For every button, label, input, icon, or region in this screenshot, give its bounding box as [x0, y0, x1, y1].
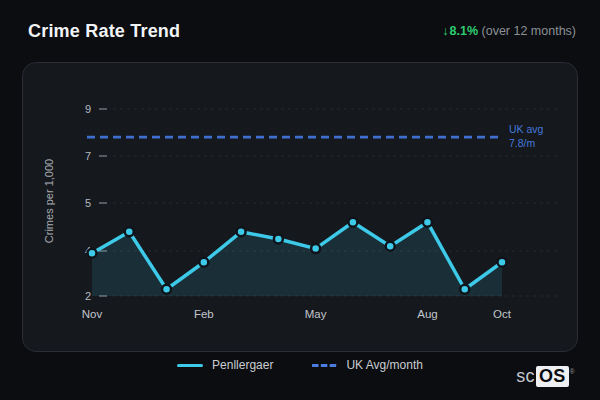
data-point[interactable]	[386, 242, 395, 251]
data-point[interactable]	[498, 258, 507, 267]
trend-context: (over 12 months)	[482, 24, 576, 38]
uk-average-label: UK avg7.8/m	[509, 123, 544, 149]
x-tick-label: Aug	[417, 308, 437, 320]
chart-panel: 97542Crimes per 1,000UK avg7.8/mNovFebMa…	[22, 62, 578, 352]
chart-legend: PenllergaerUK Avg/month	[0, 352, 600, 378]
legend-label: Penllergaer	[212, 358, 273, 372]
x-tick-label: Nov	[82, 308, 103, 320]
legend-item-penllergaer[interactable]: Penllergaer	[177, 358, 273, 372]
data-point[interactable]	[237, 227, 246, 236]
scos-logo: scOS®	[516, 366, 574, 387]
trend-indicator: ↓8.1% (over 12 months)	[442, 24, 576, 38]
trend-value: 8.1%	[450, 24, 479, 38]
x-axis-labels: NovFebMayAugOct	[82, 308, 512, 320]
trend-change: ↓8.1%	[442, 24, 478, 38]
data-point[interactable]	[125, 227, 134, 236]
x-tick-label: May	[305, 308, 327, 320]
y-tick-label: 7	[85, 150, 91, 162]
legend-item-uk-avg-month[interactable]: UK Avg/month	[311, 358, 423, 372]
data-point[interactable]	[274, 235, 283, 244]
logo-prefix: sc	[516, 366, 535, 386]
data-point[interactable]	[162, 285, 171, 294]
data-point[interactable]	[348, 218, 357, 227]
solid-line-swatch-icon	[177, 364, 203, 367]
data-point[interactable]	[423, 218, 432, 227]
y-tick-label: 9	[85, 103, 91, 115]
registered-trademark-icon: ®	[570, 368, 575, 375]
data-point[interactable]	[311, 244, 320, 253]
data-point[interactable]	[460, 285, 469, 294]
data-point[interactable]	[88, 249, 97, 258]
legend-label: UK Avg/month	[346, 358, 423, 372]
y-axis-title: Crimes per 1,000	[43, 159, 55, 243]
down-arrow-icon: ↓	[442, 24, 448, 38]
area-fill	[92, 222, 502, 296]
y-tick-label: 2	[85, 290, 91, 302]
data-point[interactable]	[199, 258, 208, 267]
x-tick-label: Feb	[194, 308, 214, 320]
x-tick-label: Oct	[493, 308, 512, 320]
crime-trend-chart: 97542Crimes per 1,000UK avg7.8/mNovFebMa…	[23, 63, 577, 351]
y-tick-label: 5	[85, 197, 91, 209]
dashed-line-swatch-icon	[311, 364, 337, 367]
widget-header: Crime Rate Trend ↓8.1% (over 12 months)	[0, 0, 600, 56]
logo-os-box: OS	[536, 366, 569, 387]
page-title: Crime Rate Trend	[28, 21, 180, 42]
